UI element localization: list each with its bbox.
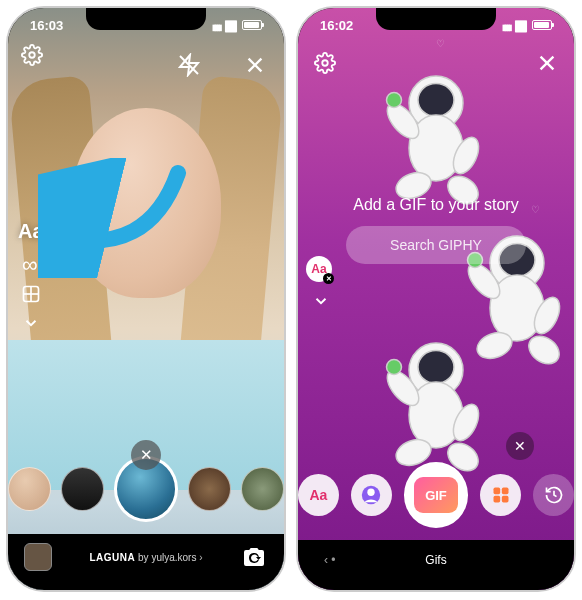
lens-option[interactable] — [241, 467, 284, 511]
close-preview-button[interactable]: ✕ — [506, 432, 534, 460]
phone-right-gif: 16:02 ♡ ♡ ♡ Add a GIF to your story Sear… — [296, 6, 576, 592]
svg-point-25 — [418, 351, 454, 384]
mode-label: Gifs — [425, 553, 446, 567]
svg-point-28 — [387, 360, 402, 375]
filter-name-label: LAGUNA — [89, 552, 135, 563]
filter-author-label: yulya.kors — [151, 552, 196, 563]
search-placeholder: Search GIPHY — [390, 237, 482, 253]
status-icons — [502, 18, 552, 33]
filter-attribution[interactable]: LAGUNA by yulya.kors › — [52, 552, 240, 563]
bottom-bar: LAGUNA by yulya.kors › — [8, 534, 284, 590]
close-icon[interactable] — [536, 52, 558, 78]
mode-text-button[interactable]: Aa — [298, 474, 339, 516]
notch — [86, 8, 206, 30]
mode-templates-button[interactable] — [480, 474, 521, 516]
notch — [376, 8, 496, 30]
chevron-right-icon: › — [199, 552, 202, 563]
close-filter-button[interactable]: ✕ — [131, 440, 161, 470]
battery-icon — [242, 20, 262, 30]
wifi-icon — [514, 18, 528, 33]
text-tool-button[interactable]: Aa — [18, 220, 44, 243]
search-input[interactable]: Search GIPHY — [346, 226, 526, 264]
flash-off-icon[interactable] — [176, 52, 202, 78]
signal-icon — [502, 18, 510, 33]
gif-sticker-astronaut — [361, 325, 511, 475]
lens-option[interactable] — [8, 467, 51, 511]
text-badge-button[interactable]: Aa — [306, 256, 332, 282]
wifi-icon — [224, 18, 238, 33]
subject-face — [71, 108, 221, 298]
svg-rect-38 — [501, 488, 508, 495]
svg-point-9 — [418, 84, 454, 117]
gallery-button[interactable] — [24, 543, 52, 571]
filter-by-label: by — [138, 552, 149, 563]
signal-icon — [212, 18, 220, 33]
lens-option[interactable] — [61, 467, 104, 511]
chevron-down-icon[interactable] — [22, 314, 40, 336]
gif-search-title: Add a GIF to your story — [298, 196, 574, 214]
close-icon[interactable] — [242, 52, 268, 78]
flip-camera-icon[interactable] — [240, 543, 268, 571]
top-rail — [20, 43, 44, 67]
phone-left-camera: 16:03 Aa ∞ ✕ — [6, 6, 286, 592]
mode-history-button[interactable] — [533, 474, 574, 516]
svg-rect-39 — [493, 496, 500, 503]
heart-icon: ♡ — [436, 38, 445, 49]
top-right-controls — [176, 52, 268, 78]
svg-point-32 — [322, 60, 328, 66]
svg-point-12 — [387, 93, 402, 108]
gear-icon[interactable] — [20, 43, 44, 67]
bottom-bar: ‹ • Gifs — [298, 540, 574, 590]
gif-label: GIF — [414, 477, 458, 513]
mode-gif-selected-shutter[interactable]: GIF — [404, 462, 468, 528]
svg-point-0 — [29, 52, 35, 58]
layout-tool-button[interactable] — [21, 284, 41, 308]
gear-icon[interactable] — [314, 52, 336, 78]
chevron-down-icon[interactable] — [312, 292, 330, 314]
status-time: 16:02 — [320, 18, 353, 33]
mode-avatar-button[interactable] — [351, 474, 392, 516]
svg-rect-37 — [493, 488, 500, 495]
gif-sticker-astronaut — [361, 58, 511, 208]
battery-icon — [532, 20, 552, 30]
svg-point-36 — [368, 489, 375, 496]
status-icons — [212, 18, 262, 33]
status-time: 16:03 — [30, 18, 63, 33]
story-mode-row: Aa GIF — [298, 462, 574, 528]
pager-dots-icon: ‹ • — [324, 553, 336, 567]
boomerang-tool-button[interactable]: ∞ — [22, 252, 38, 278]
lens-option[interactable] — [188, 467, 231, 511]
svg-rect-40 — [501, 496, 508, 503]
